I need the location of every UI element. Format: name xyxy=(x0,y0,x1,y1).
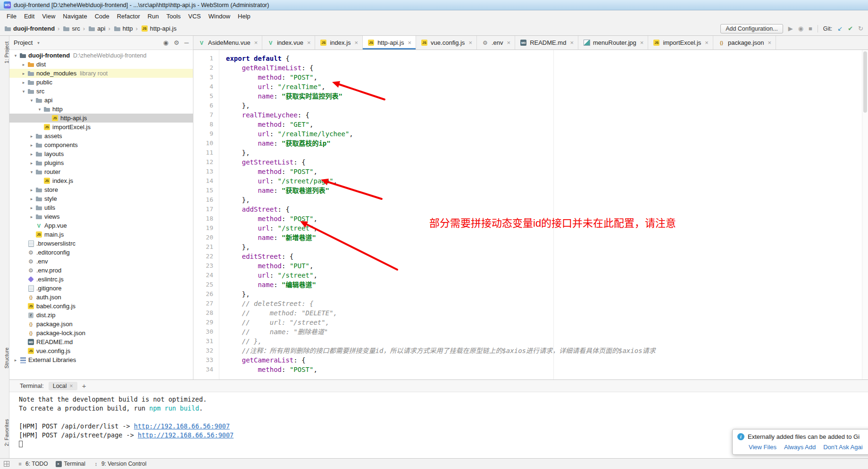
menu-item-run[interactable]: Run xyxy=(144,13,163,20)
code-line[interactable]: realTimeLychee: { xyxy=(226,110,868,120)
tree-item-views[interactable]: ▸views xyxy=(9,212,193,221)
statusbar-9-version-control[interactable]: 9: Version Control xyxy=(93,461,146,467)
chevron-down-icon[interactable]: ▾ xyxy=(28,98,35,103)
tree-item-index-js[interactable]: index.js xyxy=(9,176,193,185)
code-line[interactable]: method: "POST", xyxy=(226,167,868,176)
tree-item-api[interactable]: ▾api xyxy=(9,96,193,105)
chevron-right-icon[interactable]: ▸ xyxy=(12,358,19,362)
tree-item-vue-config-js[interactable]: vue.config.js xyxy=(9,346,193,355)
tree-item-layouts[interactable]: ▸layouts xyxy=(9,149,193,158)
tree-item-src[interactable]: ▾src xyxy=(9,87,193,96)
tree-item-external-libraries[interactable]: ▸External Libraries xyxy=(9,355,193,364)
chevron-down-icon[interactable]: ▾ xyxy=(12,53,19,58)
menu-item-vcs[interactable]: VCS xyxy=(184,13,205,20)
close-icon[interactable]: × xyxy=(570,39,574,46)
tab-importexcel-js[interactable]: importExcel.js× xyxy=(648,36,713,49)
close-icon[interactable]: × xyxy=(355,39,359,46)
add-configuration-button[interactable]: Add Configuration... xyxy=(720,24,783,33)
code-line[interactable]: addStreet: { xyxy=(226,205,868,214)
breadcrumb-item-http-api-js[interactable]: http-api.js xyxy=(141,25,176,33)
code-line[interactable]: method: "GET", xyxy=(226,120,868,129)
menu-item-navigate[interactable]: Navigate xyxy=(59,13,91,20)
git-commit-icon[interactable]: ✔ xyxy=(848,25,853,32)
run-icon[interactable]: ▶ xyxy=(788,25,793,32)
code-line[interactable]: }, xyxy=(226,242,868,252)
menu-item-help[interactable]: Help xyxy=(234,13,254,20)
tree-item-browserslistrc[interactable]: .browserslistrc xyxy=(9,239,193,248)
tree-item-duoji-frontend[interactable]: ▾duoji-frontendD:\zheheWeb\duoji-fronten… xyxy=(9,51,193,60)
breadcrumb-item-api[interactable]: api xyxy=(88,25,105,33)
code-line[interactable]: method: "POST", xyxy=(226,73,868,82)
tree-item-app-vue[interactable]: App.vue xyxy=(9,221,193,230)
close-icon[interactable]: × xyxy=(468,39,472,46)
tree-item-importexcel-js[interactable]: importExcel.js xyxy=(9,123,193,132)
close-icon[interactable]: × xyxy=(70,383,73,389)
tab-http-api-js[interactable]: http-api.js× xyxy=(363,36,416,49)
menu-item-view[interactable]: View xyxy=(38,13,59,20)
tree-item-assets[interactable]: ▸assets xyxy=(9,132,193,140)
code-line[interactable]: // }, xyxy=(226,337,868,346)
statusbar-6-todo[interactable]: 6: TODO xyxy=(17,461,48,467)
tree-item-main-js[interactable]: main.js xyxy=(9,230,193,239)
chevron-right-icon[interactable]: ▸ xyxy=(28,152,35,156)
tree-item-package-lock-json[interactable]: package-lock.json xyxy=(9,329,193,337)
menu-item-code[interactable]: Code xyxy=(91,13,113,20)
tree-item-public[interactable]: ▸public xyxy=(9,78,193,87)
tab-readme-md[interactable]: README.md× xyxy=(515,36,578,49)
code-line[interactable]: url: "/realTime", xyxy=(226,82,868,91)
editor-scrollbar[interactable] xyxy=(862,50,868,379)
chevron-down-icon[interactable]: ▾ xyxy=(36,107,43,112)
chevron-right-icon[interactable]: ▸ xyxy=(20,62,27,67)
chevron-right-icon[interactable]: ▸ xyxy=(28,206,35,210)
code-line[interactable]: }, xyxy=(226,148,868,157)
debug-icon[interactable]: ◉ xyxy=(798,25,803,32)
tree-item-babel-config-js[interactable]: babel.config.js xyxy=(9,302,193,311)
close-icon[interactable]: × xyxy=(768,39,772,46)
tree-item-http[interactable]: ▾http xyxy=(9,105,193,114)
tree-item-utils[interactable]: ▸utils xyxy=(9,203,193,212)
code-line[interactable]: // method: "DELETE", xyxy=(226,308,868,318)
tree-item-dist[interactable]: ▸dist xyxy=(9,60,193,69)
tree-item-package-json[interactable]: package.json xyxy=(9,320,193,329)
tab-index-vue[interactable]: index.vue× xyxy=(262,36,315,49)
statusbar-terminal[interactable]: Terminal xyxy=(56,461,85,467)
menu-item-refactor[interactable]: Refactor xyxy=(113,13,144,20)
close-icon[interactable]: × xyxy=(307,39,311,46)
tree-item-store[interactable]: ▸store xyxy=(9,185,193,194)
tree-item-env-prod[interactable]: .env.prod xyxy=(9,266,193,275)
tree-item-gitignore[interactable]: .gitignore xyxy=(9,284,193,293)
code-line[interactable]: url: "/street/page", xyxy=(226,176,868,186)
code-line[interactable]: }, xyxy=(226,195,868,205)
code-line[interactable]: name: "编辑巷道" xyxy=(226,280,868,289)
code-line[interactable]: }, xyxy=(226,289,868,299)
code-line[interactable]: name: "获取巷道列表" xyxy=(226,186,868,195)
toolwindow-switcher-icon[interactable] xyxy=(4,461,9,467)
tree-item-eslintrc-js[interactable]: .eslintrc.js xyxy=(9,275,193,284)
chevron-right-icon[interactable]: ▸ xyxy=(28,134,35,139)
tree-item-dist-zip[interactable]: dist.zip xyxy=(9,311,193,320)
code-line[interactable]: // name: "删除巷道" xyxy=(226,327,868,337)
code-line[interactable]: url: "/street", xyxy=(226,271,868,280)
always-add-link[interactable]: Always Add xyxy=(784,444,816,451)
tree-item-readme-md[interactable]: README.md xyxy=(9,337,193,346)
menu-item-window[interactable]: Window xyxy=(205,13,234,20)
close-icon[interactable]: × xyxy=(254,39,258,46)
chevron-right-icon[interactable]: ▸ xyxy=(20,71,27,76)
tab-package-json[interactable]: package.json× xyxy=(713,36,776,49)
close-icon[interactable]: × xyxy=(408,39,412,46)
terminal-link[interactable]: http://192.168.66.56:9007 xyxy=(134,422,230,430)
code-line[interactable]: editStreet: { xyxy=(226,252,868,261)
close-icon[interactable]: × xyxy=(507,39,511,46)
dont-ask-again-link[interactable]: Don't Ask Agai xyxy=(823,444,862,451)
menu-item-edit[interactable]: Edit xyxy=(20,13,38,20)
scrollbar-thumb[interactable] xyxy=(863,51,867,113)
breadcrumb-item-src[interactable]: src xyxy=(62,25,80,33)
code-line[interactable]: name: "获取荔枝的ip" xyxy=(226,139,868,148)
code-line[interactable]: url: "/realTime/lychee", xyxy=(226,129,868,139)
tree-item-editorconfig[interactable]: .editorconfig xyxy=(9,248,193,257)
code-line[interactable]: method: "POST", xyxy=(226,365,868,374)
code-line[interactable]: getStreetList: { xyxy=(226,157,868,167)
tree-item-style[interactable]: ▸style xyxy=(9,194,193,203)
settings-gear-icon[interactable]: ⚙ xyxy=(174,39,179,46)
chevron-right-icon[interactable]: ▸ xyxy=(28,143,35,148)
